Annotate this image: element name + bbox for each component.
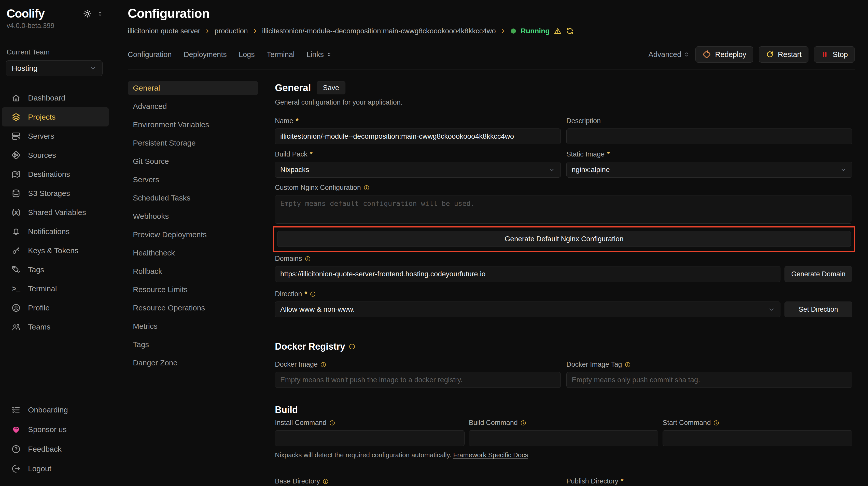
- restart-button[interactable]: Restart: [759, 46, 808, 63]
- sidebar-item-terminal[interactable]: >_ Terminal: [2, 279, 109, 298]
- sidebar-item-keys-tokens[interactable]: Keys & Tokens: [2, 241, 109, 260]
- tab-terminal[interactable]: Terminal: [267, 51, 295, 59]
- bell-icon: [11, 227, 21, 236]
- sidebar-item-logout[interactable]: Logout: [2, 459, 109, 478]
- sidebar-item-dashboard[interactable]: Dashboard: [2, 88, 109, 107]
- subnav-environment-variables[interactable]: Environment Variables: [128, 118, 258, 132]
- subnav-preview-deployments[interactable]: Preview Deployments: [128, 228, 258, 241]
- save-button[interactable]: Save: [317, 81, 346, 94]
- build-command-input[interactable]: [469, 430, 658, 446]
- config-subnav: General Advanced Environment Variables P…: [128, 81, 258, 486]
- build-pack-select[interactable]: Nixpacks: [275, 162, 561, 177]
- domains-input[interactable]: [275, 266, 780, 282]
- name-input[interactable]: [275, 129, 561, 144]
- build-heading: Build: [275, 404, 298, 415]
- theme-select-chevrons-icon[interactable]: [96, 10, 103, 17]
- info-icon: [625, 362, 631, 368]
- subnav-persistent-storage[interactable]: Persistent Storage: [128, 136, 258, 150]
- generate-default-nginx-configuration-button[interactable]: Generate Default Nginx Configuration: [277, 231, 851, 247]
- heart-handshake-icon: [11, 425, 21, 434]
- generate-domain-button[interactable]: Generate Domain: [784, 266, 852, 282]
- docker-image-input[interactable]: [275, 372, 561, 388]
- redeploy-button[interactable]: Redeploy: [695, 46, 753, 63]
- docker-image-tag-input[interactable]: [566, 372, 852, 388]
- help-circle-icon: [11, 444, 21, 454]
- base-directory-label: Base Directory: [275, 477, 320, 485]
- sidebar-item-destinations[interactable]: Destinations: [2, 165, 109, 184]
- subnav-webhooks[interactable]: Webhooks: [128, 209, 258, 223]
- chevron-down-icon: [548, 166, 555, 173]
- sidebar-item-projects[interactable]: Projects: [2, 107, 109, 126]
- install-command-input[interactable]: [275, 430, 465, 446]
- stop-button[interactable]: Stop: [814, 46, 855, 63]
- direction-select[interactable]: Allow www & non-www.: [275, 301, 780, 317]
- subnav-tags[interactable]: Tags: [128, 338, 258, 351]
- sidebar-item-feedback[interactable]: Feedback: [2, 439, 109, 459]
- build-pack-label: Build Pack: [275, 150, 308, 158]
- warning-icon[interactable]: [554, 27, 562, 35]
- subnav-metrics[interactable]: Metrics: [128, 319, 258, 333]
- docker-image-tag-label: Docker Image Tag: [566, 361, 622, 368]
- subnav-healthcheck[interactable]: Healthcheck: [128, 246, 258, 260]
- sidebar-item-label: Destinations: [28, 170, 70, 179]
- tab-links[interactable]: Links: [307, 51, 333, 59]
- tab-configuration[interactable]: Configuration: [128, 51, 172, 59]
- sidebar-item-shared-variables[interactable]: (x) Shared Variables: [2, 203, 109, 222]
- git-source-icon: [11, 150, 21, 160]
- docker-image-label: Docker Image: [275, 361, 318, 368]
- framework-docs-link[interactable]: Framework Specific Docs: [453, 451, 528, 459]
- subnav-scheduled-tasks[interactable]: Scheduled Tasks: [128, 191, 258, 205]
- sidebar-item-sponsor-us[interactable]: Sponsor us: [2, 420, 109, 439]
- nginx-config-textarea[interactable]: [275, 195, 852, 224]
- subnav-resource-limits[interactable]: Resource Limits: [128, 283, 258, 296]
- subnav-advanced[interactable]: Advanced: [128, 99, 258, 113]
- direction-label: Direction: [275, 290, 302, 298]
- chevrons-up-down-icon: [683, 51, 690, 58]
- info-icon: [713, 420, 719, 426]
- sidebar-item-tags[interactable]: Tags: [2, 260, 109, 279]
- subnav-danger-zone[interactable]: Danger Zone: [128, 356, 258, 370]
- start-command-label: Start Command: [662, 419, 711, 427]
- info-icon: [329, 420, 335, 426]
- info-icon: [349, 343, 355, 350]
- description-input[interactable]: [566, 129, 852, 144]
- variable-icon: (x): [11, 208, 21, 217]
- subnav-rollback[interactable]: Rollback: [128, 264, 258, 278]
- sidebar-item-teams[interactable]: Teams: [2, 317, 109, 336]
- tab-deployments[interactable]: Deployments: [184, 51, 227, 59]
- start-command-input[interactable]: [662, 430, 852, 446]
- sidebar-item-sources[interactable]: Sources: [2, 145, 109, 165]
- annotation-highlight-box: Generate Default Nginx Configuration: [273, 226, 855, 252]
- server-icon: [11, 131, 21, 141]
- breadcrumb-project[interactable]: illicitonion quote server: [128, 27, 200, 35]
- sidebar-item-servers[interactable]: Servers: [2, 126, 109, 145]
- theme-toggle-sun-icon[interactable]: [83, 9, 92, 18]
- static-image-select[interactable]: nginx:alpine: [566, 162, 852, 177]
- sidebar-item-profile[interactable]: Profile: [2, 298, 109, 317]
- subnav-git-source[interactable]: Git Source: [128, 155, 258, 168]
- sidebar-item-s3-storages[interactable]: S3 Storages: [2, 184, 109, 203]
- checklist-icon: [11, 405, 21, 415]
- subnav-general[interactable]: General: [128, 81, 258, 95]
- subnav-resource-operations[interactable]: Resource Operations: [128, 301, 258, 315]
- nginx-config-label: Custom Nginx Configuration: [275, 184, 361, 192]
- team-select-value: Hosting: [12, 64, 38, 72]
- chevron-down-icon: [840, 166, 847, 173]
- sidebar-nav: Dashboard Projects Servers Sources Desti…: [0, 88, 111, 336]
- advanced-dropdown[interactable]: Advanced: [648, 51, 690, 59]
- set-direction-button[interactable]: Set Direction: [784, 301, 852, 317]
- breadcrumb-environment[interactable]: production: [215, 27, 248, 35]
- tab-logs[interactable]: Logs: [239, 51, 255, 59]
- sidebar-item-label: Terminal: [28, 285, 57, 293]
- app-version: v4.0.0-beta.399: [7, 22, 111, 30]
- refresh-icon[interactable]: [566, 27, 574, 35]
- static-image-label: Static Image: [566, 150, 604, 158]
- status-badge[interactable]: Running: [521, 27, 550, 35]
- users-icon: [11, 322, 21, 332]
- team-select[interactable]: Hosting: [6, 60, 102, 76]
- sidebar-item-label: Notifications: [28, 227, 69, 236]
- breadcrumb-application[interactable]: illicitestonion/-module--decomposition:m…: [262, 27, 496, 35]
- subnav-servers[interactable]: Servers: [128, 173, 258, 187]
- sidebar-item-onboarding[interactable]: Onboarding: [2, 400, 109, 420]
- sidebar-item-notifications[interactable]: Notifications: [2, 222, 109, 241]
